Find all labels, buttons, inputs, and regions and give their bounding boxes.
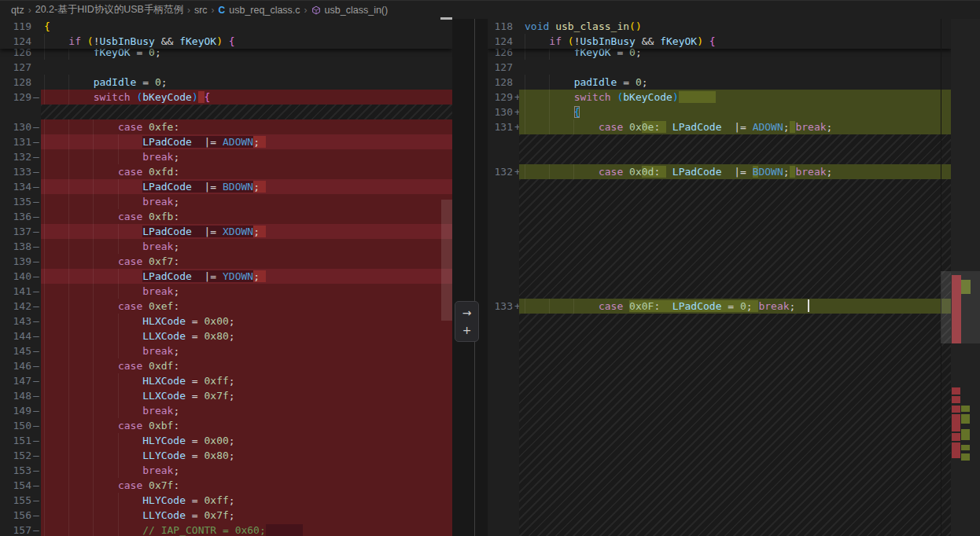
code-line-147[interactable]: 147– HLXCode = 0xff;	[0, 373, 452, 388]
breadcrumb-item[interactable]: qtz	[11, 5, 24, 16]
diff-filler-region[interactable]	[488, 179, 952, 299]
code-line-135[interactable]: 135– break;	[0, 194, 452, 209]
code-text: if (!UsbInBusy && fKeyOK) {	[519, 34, 952, 49]
line-number: 127	[488, 60, 513, 75]
code-line-145[interactable]: 145– break;	[0, 343, 452, 358]
code-line-151[interactable]: 151– HLYCode = 0x00;	[0, 433, 452, 448]
code-line-140[interactable]: 140– LPadCode |= YDOWN;	[0, 269, 452, 284]
code-text: break;	[41, 194, 452, 209]
minimap-removed-mark	[952, 442, 960, 458]
line-number: 149	[0, 403, 31, 418]
diff-sign: –	[31, 164, 41, 179]
code-line-149[interactable]: 149– break;	[0, 403, 452, 418]
line-number: 119	[0, 19, 31, 34]
arrow-right-icon[interactable]: →	[462, 304, 472, 321]
line-number: 127	[0, 60, 31, 75]
code-line-128[interactable]: 128 padIdle = 0;	[0, 75, 452, 90]
diff-sign: –	[31, 149, 41, 164]
sticky-scroll: 119{124 if (!UsbInBusy && fKeyOK) {	[0, 19, 452, 49]
code-line-131[interactable]: 131– LPadCode |= ADOWN;	[0, 134, 452, 149]
code-line-130[interactable]: 130– case 0xfe:	[0, 119, 452, 134]
plus-icon[interactable]: +	[462, 321, 472, 339]
diff-sign: –	[31, 314, 41, 329]
line-number: 141	[0, 284, 31, 299]
code-line-129[interactable]: 129+ switch (bKeyCode)	[488, 90, 952, 105]
code-line-144[interactable]: 144– LLXCode = 0x80;	[0, 329, 452, 343]
sash-divider[interactable]	[474, 19, 475, 536]
code-text: LPadCode |= ADOWN;	[41, 134, 452, 149]
breadcrumb-item[interactable]: src	[194, 5, 208, 16]
diff-filler-region[interactable]	[488, 314, 952, 536]
code-line-141[interactable]: 141– break;	[0, 284, 452, 299]
code-line-132[interactable]: 132– break;	[0, 149, 452, 164]
line-number: 133	[0, 164, 31, 179]
left-scrollbar-slider[interactable]	[441, 200, 452, 321]
line-number: 144	[0, 329, 31, 343]
line-number: 139	[0, 254, 31, 269]
breadcrumb-separator-icon: ›	[187, 5, 190, 16]
code-line-127[interactable]: 127	[0, 60, 452, 75]
code-line-134[interactable]: 134– LPadCode |= BDOWN;	[0, 179, 452, 194]
code-line-129[interactable]: 129– switch (bKeyCode) {	[0, 90, 452, 105]
right-scrollbar-slider[interactable]	[941, 271, 952, 343]
code-line-137[interactable]: 137– LPadCode |= XDOWN;	[0, 224, 452, 239]
code-line-133[interactable]: 133+ case 0x0F: LPadCode = 0; break;	[488, 299, 952, 314]
breadcrumb-item[interactable]: Cusb_req_class.c	[219, 5, 300, 16]
code-text: LPadCode |= BDOWN;	[41, 179, 452, 194]
line-number: 134	[0, 179, 31, 194]
code-text: break;	[41, 149, 452, 164]
code-line-148[interactable]: 148– LLXCode = 0x7f;	[0, 388, 452, 403]
code-line-124[interactable]: 124 if (!UsbInBusy && fKeyOK) {	[488, 34, 952, 49]
code-line-143[interactable]: 143– HLXCode = 0x00;	[0, 314, 452, 329]
left-scrollbar-top-cap	[440, 17, 452, 20]
line-number: 118	[488, 19, 513, 34]
code-line-150[interactable]: 150– case 0xbf:	[0, 418, 452, 433]
code-text: LPadCode |= YDOWN;	[41, 269, 452, 284]
diff-filler-region[interactable]	[488, 134, 952, 164]
code-line-127[interactable]: 127	[488, 60, 952, 75]
modified-editor[interactable]: 126 fKeyOK = 0;127128 padIdle = 0;129+ s…	[488, 19, 952, 536]
line-number: 124	[0, 34, 31, 49]
code-line-152[interactable]: 152– LLYCode = 0x80;	[0, 448, 452, 463]
diff-action-widget: → +	[455, 301, 479, 342]
code-line-153[interactable]: 153– break;	[0, 463, 452, 478]
minimap-removed-mark	[952, 414, 960, 431]
line-number: 137	[0, 224, 31, 239]
code-line-119[interactable]: 119{	[0, 19, 452, 34]
code-text: switch (bKeyCode)	[519, 90, 952, 105]
breadcrumb-item[interactable]: 20.2-基于HID协议的USB手柄范例	[35, 3, 183, 17]
sticky-scroll: 118void usb_class_in()124 if (!UsbInBusy…	[488, 19, 952, 49]
text-cursor	[808, 299, 809, 312]
breadcrumb-label: usb_class_in()	[325, 5, 389, 16]
code-line-154[interactable]: 154– case 0x7f:	[0, 478, 452, 493]
code-line-131[interactable]: 131+ case 0x0e: LPadCode |= ADOWN; break…	[488, 119, 952, 134]
line-number: 129	[0, 90, 31, 105]
code-line-132[interactable]: 132+ case 0x0d: LPadCode |= BDOWN; break…	[488, 164, 952, 179]
code-line-136[interactable]: 136– case 0xfb:	[0, 209, 452, 224]
code-text: break;	[41, 284, 452, 299]
code-line-118[interactable]: 118void usb_class_in()	[488, 19, 952, 34]
code-line-133[interactable]: 133– case 0xfd:	[0, 164, 452, 179]
code-line-157[interactable]: 157– // IAP_CONTR = 0x60;	[0, 523, 452, 536]
breadcrumb-item[interactable]: usb_class_in()	[311, 5, 389, 16]
diff-filler-region[interactable]	[0, 105, 452, 119]
original-editor[interactable]: 126 fKeyOK = 0;127128 padIdle = 0;129– s…	[0, 19, 452, 536]
line-number: 143	[0, 314, 31, 329]
code-line-146[interactable]: 146– case 0xdf:	[0, 358, 452, 373]
code-line-156[interactable]: 156– LLYCode = 0x7f;	[0, 508, 452, 523]
code-line-124[interactable]: 124 if (!UsbInBusy && fKeyOK) {	[0, 34, 452, 49]
code-line-139[interactable]: 139– case 0xf7:	[0, 254, 452, 269]
line-number: 148	[0, 388, 31, 403]
minimap-slider[interactable]	[951, 271, 980, 343]
code-text: case 0xfb:	[41, 209, 452, 224]
line-number: 154	[0, 478, 31, 493]
code-line-128[interactable]: 128 padIdle = 0;	[488, 75, 952, 90]
code-line-138[interactable]: 138– break;	[0, 239, 452, 254]
minimap[interactable]	[951, 19, 980, 536]
line-number: 135	[0, 194, 31, 209]
diff-sign: –	[31, 299, 41, 314]
code-line-155[interactable]: 155– HLYCode = 0xff;	[0, 493, 452, 508]
diff-gutter: → +	[452, 19, 488, 536]
code-line-142[interactable]: 142– case 0xef:	[0, 299, 452, 314]
code-line-130[interactable]: 130+ {	[488, 105, 952, 119]
